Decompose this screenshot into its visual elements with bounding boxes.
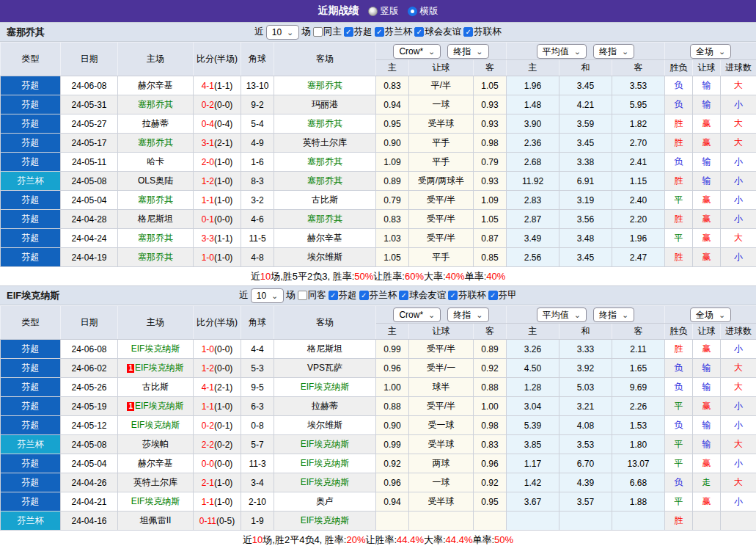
- index-type-select[interactable]: 终指 ⌄: [447, 44, 488, 59]
- handicap-line: 受一球: [409, 416, 474, 435]
- summary-segment: 50%: [494, 534, 513, 545]
- col-away: 客场: [274, 306, 376, 340]
- halftime-score: (0-2): [214, 440, 232, 450]
- checkbox-checked-icon[interactable]: ✓: [463, 27, 473, 37]
- result-handicap: 输: [693, 378, 721, 397]
- away-team-cell: EIF埃克纳斯: [274, 454, 376, 473]
- home-team-name: 哈卡: [147, 156, 164, 167]
- checkbox-unchecked-icon[interactable]: [313, 27, 323, 37]
- table-row: 芬超24-05-31塞那乔其0-2(0-0)9-2玛丽港0.94一球0.931.…: [1, 95, 756, 114]
- result-wdl-value: 平: [675, 458, 683, 468]
- league-checkbox[interactable]: ✓球会友谊: [399, 289, 446, 302]
- home-team-cell: 赫尔辛基: [118, 454, 194, 473]
- home-team-name: 塞那乔其: [138, 252, 173, 262]
- home-team-cell: 1EIF埃克纳斯: [118, 397, 194, 416]
- average-select[interactable]: 平均值 ⌄: [537, 307, 587, 322]
- league-checkbox[interactable]: ✓芬超: [329, 289, 357, 302]
- table-row: 芬超24-04-28格尼斯坦0-1(0-0)4-6塞那乔其0.83受平/半1.0…: [1, 210, 756, 229]
- same-venue-checkbox[interactable]: 同客: [298, 289, 326, 302]
- avg-index-type-select[interactable]: 终指 ⌄: [593, 307, 634, 322]
- away-team-cell: 塞那乔其: [274, 114, 376, 134]
- handicap-odds-home: 0.89: [376, 172, 409, 191]
- result-handicap-value: 赢: [702, 252, 711, 262]
- league-checkbox[interactable]: ✓芬联杯: [463, 26, 502, 38]
- scope-select[interactable]: 全场 ⌄: [690, 44, 731, 59]
- fulltime-score: 1-2: [202, 363, 214, 374]
- avg-odds-home: 2.36: [507, 134, 559, 153]
- checkbox-unchecked-icon[interactable]: [298, 291, 307, 300]
- score-cell: 0-0(0-0): [194, 454, 241, 473]
- radio-unselected-icon[interactable]: [368, 7, 378, 16]
- result-goals-value: 小: [734, 194, 743, 205]
- result-goals-value: 大: [734, 382, 743, 392]
- col-result-handicap: 让球: [693, 60, 721, 76]
- bookmaker-select[interactable]: Crow* ⌄: [393, 307, 441, 322]
- radio-selected-icon[interactable]: [408, 7, 417, 16]
- average-select[interactable]: 平均值 ⌄: [537, 44, 587, 59]
- index-type-select[interactable]: 终指 ⌄: [447, 307, 488, 322]
- checkbox-checked-icon[interactable]: ✓: [414, 27, 424, 37]
- fulltime-score: 3-1: [202, 138, 214, 148]
- match-date: 24-06-02: [61, 359, 118, 378]
- chevron-down-icon: ⌄: [574, 311, 581, 318]
- same-venue-checkbox[interactable]: 同主: [313, 26, 342, 38]
- result-goals-value: 小: [734, 156, 743, 167]
- league-checkbox[interactable]: ✓芬甲: [488, 289, 517, 302]
- horizontal-layout-radio[interactable]: 横版: [408, 5, 438, 18]
- summary-segment: 10: [252, 534, 263, 545]
- league-type-cell: 芬超: [1, 248, 61, 267]
- match-count-select[interactable]: 10 ⌄: [251, 288, 285, 303]
- home-team-name: EIF埃克纳斯: [135, 363, 184, 373]
- avg-odds-away: 2.40: [612, 191, 665, 210]
- bookmaker-select[interactable]: Crow* ⌄: [393, 44, 441, 59]
- handicap-line: 受平/半: [409, 229, 474, 248]
- league-type-cell: 芬超: [1, 378, 61, 397]
- league-checkbox[interactable]: ✓芬兰杯: [375, 26, 413, 38]
- checkbox-checked-icon[interactable]: ✓: [344, 27, 353, 37]
- league-type-cell: 芬超: [1, 229, 61, 248]
- table-row: 芬超24-04-19塞那乔其1-0(1-0)4-8埃尔维斯1.05平手0.852…: [1, 248, 756, 267]
- result-wdl: 胜: [665, 512, 693, 531]
- result-handicap: 输: [693, 359, 721, 378]
- scope-select[interactable]: 全场 ⌄: [690, 307, 731, 322]
- result-goals: 小: [721, 397, 756, 416]
- table-row: 芬超24-05-11哈卡2-0(1-0)1-6塞那乔其1.09平手0.792.6…: [1, 153, 756, 172]
- league-checkbox-label: 球会友谊: [409, 289, 446, 302]
- match-date: 24-05-08: [61, 172, 118, 191]
- handicap-odds-home: 1.00: [376, 378, 409, 397]
- result-goals: 大: [721, 435, 756, 454]
- league-type-cell: 芬超: [1, 454, 61, 473]
- away-team-name: 古比斯: [312, 194, 338, 205]
- halftime-score: (1-0): [214, 195, 232, 205]
- handicap-line: 受两/两球半: [409, 172, 474, 191]
- result-handicap-value: 输: [702, 99, 711, 109]
- away-team-cell: VPS瓦萨: [274, 359, 376, 378]
- match-date: 24-04-28: [61, 210, 118, 229]
- home-team-name: EIF埃克纳斯: [131, 496, 180, 506]
- avg-odds-away: [612, 512, 665, 531]
- result-goals: 小: [721, 492, 756, 512]
- league-checkbox[interactable]: ✓芬联杯: [448, 289, 486, 302]
- checkbox-checked-icon[interactable]: ✓: [359, 291, 369, 300]
- avg-odds-draw: 6.70: [559, 454, 612, 473]
- result-wdl: 负: [665, 359, 693, 378]
- league-checkbox[interactable]: ✓球会友谊: [414, 26, 461, 38]
- avg-odds-home: 2.83: [507, 191, 559, 210]
- checkbox-checked-icon[interactable]: ✓: [375, 27, 384, 37]
- home-team-name: 塞那乔其: [138, 99, 173, 109]
- halftime-score: (1-1): [214, 81, 232, 91]
- avg-odds-draw: 3.45: [559, 134, 612, 153]
- handicap-line: 平手: [409, 248, 474, 267]
- checkbox-checked-icon[interactable]: ✓: [399, 291, 408, 300]
- league-checkbox[interactable]: ✓芬兰杯: [359, 289, 397, 302]
- match-count-select[interactable]: 10 ⌄: [266, 25, 300, 40]
- avg-odds-away: 1.88: [612, 492, 665, 512]
- checkbox-checked-icon[interactable]: ✓: [329, 291, 338, 300]
- avg-index-type-select[interactable]: 终指 ⌄: [593, 44, 634, 59]
- col-avg-home: 主: [507, 60, 559, 76]
- checkbox-checked-icon[interactable]: ✓: [448, 291, 458, 300]
- checkbox-checked-icon[interactable]: ✓: [488, 291, 498, 300]
- league-checkbox[interactable]: ✓芬超: [344, 26, 373, 38]
- vertical-layout-radio[interactable]: 竖版: [368, 5, 399, 18]
- away-team-name: EIF埃克纳斯: [301, 458, 350, 468]
